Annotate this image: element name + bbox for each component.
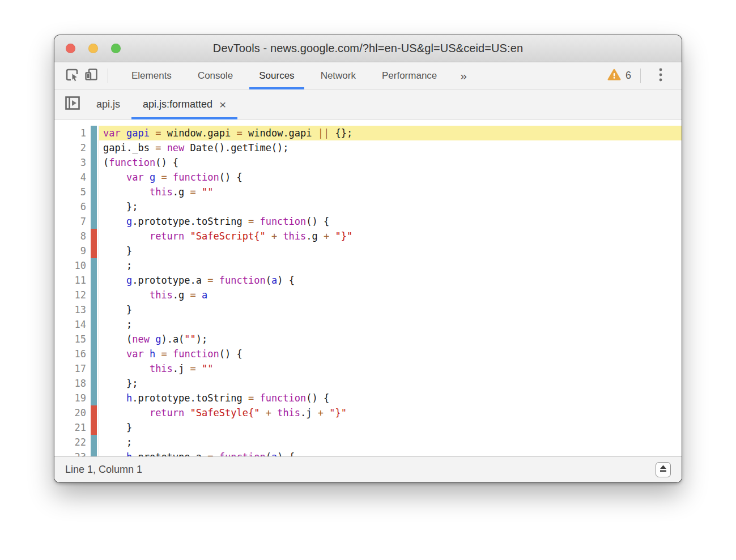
kebab-menu-icon (659, 67, 662, 84)
device-toolbar-icon (83, 66, 100, 86)
more-tabs-button[interactable]: » (452, 69, 475, 83)
line-number[interactable]: 6 (54, 199, 86, 214)
line-number[interactable]: 3 (54, 155, 86, 170)
eject-icon (658, 464, 668, 476)
code-line: 13 } (54, 302, 682, 317)
line-number[interactable]: 12 (54, 288, 86, 302)
code-line: 17 this.j = "" (54, 361, 682, 376)
tab-console[interactable]: Console (188, 62, 243, 89)
customize-devtools-button[interactable] (650, 66, 682, 86)
close-tab-icon[interactable]: × (219, 99, 226, 110)
coverage-strip (91, 126, 97, 140)
code-line-content[interactable]: } (99, 302, 682, 317)
line-number[interactable]: 11 (54, 273, 86, 288)
code-line-content[interactable]: h.prototype.a = function(a) { (99, 450, 682, 456)
line-number[interactable]: 8 (54, 229, 86, 243)
line-number[interactable]: 17 (54, 361, 86, 376)
warnings-badge[interactable]: 6 (607, 69, 631, 83)
line-number[interactable]: 5 (54, 185, 86, 199)
code-line: 4 var g = function() { (54, 170, 682, 185)
code-line: 14 ; (54, 317, 682, 332)
line-number[interactable]: 20 (54, 405, 86, 420)
coverage-strip (91, 317, 97, 332)
coverage-strip (91, 391, 97, 405)
code-line-content[interactable]: gapi._bs = new Date().getTime(); (99, 140, 682, 155)
code-line-content[interactable]: }; (99, 376, 682, 391)
code-line-content[interactable]: ; (99, 317, 682, 332)
line-number[interactable]: 2 (54, 140, 86, 155)
code-line: 2gapi._bs = new Date().getTime(); (54, 140, 682, 155)
code-editor: 1var gapi = window.gapi = window.gapi ||… (54, 119, 682, 456)
line-number[interactable]: 4 (54, 170, 86, 185)
line-number[interactable]: 21 (54, 420, 86, 435)
file-tab-api-js[interactable]: api.js (85, 89, 131, 119)
code-line-content[interactable]: (new g).a(""); (99, 332, 682, 347)
line-number[interactable]: 15 (54, 332, 86, 347)
code-line-content[interactable]: }; (99, 199, 682, 214)
code-line: 9 } (54, 243, 682, 258)
tab-performance[interactable]: Performance (372, 62, 446, 89)
tab-network[interactable]: Network (311, 62, 365, 89)
show-navigator-button[interactable] (54, 89, 85, 119)
code-line-content[interactable]: this.g = a (99, 288, 682, 302)
code-line: 8 return "SafeScript{" + this.g + "}" (54, 229, 682, 243)
code-line-content[interactable]: g.prototype.a = function(a) { (99, 273, 682, 288)
code-line-content[interactable]: } (99, 243, 682, 258)
code-line-content[interactable]: var gapi = window.gapi = window.gapi || … (99, 126, 682, 140)
code-line-content[interactable]: return "SafeStyle{" + this.j + "}" (99, 405, 682, 420)
coverage-strip (91, 450, 97, 456)
coverage-strip (91, 155, 97, 170)
code-line: 16 var h = function() { (54, 347, 682, 361)
code-line: 5 this.g = "" (54, 185, 682, 199)
code-line: 18 }; (54, 376, 682, 391)
code-line: 23 h.prototype.a = function(a) { (54, 450, 682, 456)
code-line: 20 return "SafeStyle{" + this.j + "}" (54, 405, 682, 420)
file-tab-label: api.js (96, 99, 120, 110)
code-line: 19 h.prototype.toString = function() { (54, 391, 682, 405)
titlebar: DevTools - news.google.com/?hl=en-US&gl=… (54, 35, 682, 62)
coverage-strip (91, 302, 97, 317)
coverage-strip (91, 140, 97, 155)
line-number[interactable]: 1 (54, 126, 86, 140)
code-line: 11 g.prototype.a = function(a) { (54, 273, 682, 288)
coverage-strip (91, 288, 97, 302)
code-line: 15 (new g).a(""); (54, 332, 682, 347)
code-line-content[interactable]: g.prototype.toString = function() { (99, 214, 682, 229)
tab-sources[interactable]: Sources (249, 62, 304, 89)
code-line-content[interactable]: (function() { (99, 155, 682, 170)
code-line-content[interactable]: ; (99, 435, 682, 450)
tab-elements[interactable]: Elements (122, 62, 181, 89)
coverage-strip (91, 199, 97, 214)
eject-button[interactable] (656, 462, 671, 477)
code-line-content[interactable]: return "SafeScript{" + this.g + "}" (99, 229, 682, 243)
coverage-strip (91, 170, 97, 185)
coverage-strip (91, 229, 97, 243)
line-number[interactable]: 22 (54, 435, 86, 450)
line-number[interactable]: 19 (54, 391, 86, 405)
code-line-content[interactable]: ; (99, 258, 682, 273)
code-line-content[interactable]: var g = function() { (99, 170, 682, 185)
toolbar-divider (640, 69, 641, 83)
coverage-strip (91, 376, 97, 391)
line-number[interactable]: 10 (54, 258, 86, 273)
code-line-content[interactable]: var h = function() { (99, 347, 682, 361)
code-line-content[interactable]: h.prototype.toString = function() { (99, 391, 682, 405)
coverage-strip (91, 405, 97, 420)
device-toolbar-button[interactable] (82, 66, 101, 86)
code-line: 12 this.g = a (54, 288, 682, 302)
line-number[interactable]: 18 (54, 376, 86, 391)
line-number[interactable]: 16 (54, 347, 86, 361)
devtools-toolbar: ElementsConsoleSourcesNetworkPerformance… (54, 62, 682, 89)
code-line-content[interactable]: } (99, 420, 682, 435)
file-tab-api-js-formatted[interactable]: api.js:formatted× (131, 89, 237, 119)
line-number[interactable]: 7 (54, 214, 86, 229)
code-line-content[interactable]: this.g = "" (99, 185, 682, 199)
code-line-content[interactable]: this.j = "" (99, 361, 682, 376)
coverage-strip (91, 243, 97, 258)
inspect-element-button[interactable] (62, 66, 82, 86)
line-number[interactable]: 23 (54, 450, 86, 456)
line-number[interactable]: 9 (54, 243, 86, 258)
line-number[interactable]: 14 (54, 317, 86, 332)
line-number[interactable]: 13 (54, 302, 86, 317)
file-tab-label: api.js:formatted (143, 99, 212, 110)
